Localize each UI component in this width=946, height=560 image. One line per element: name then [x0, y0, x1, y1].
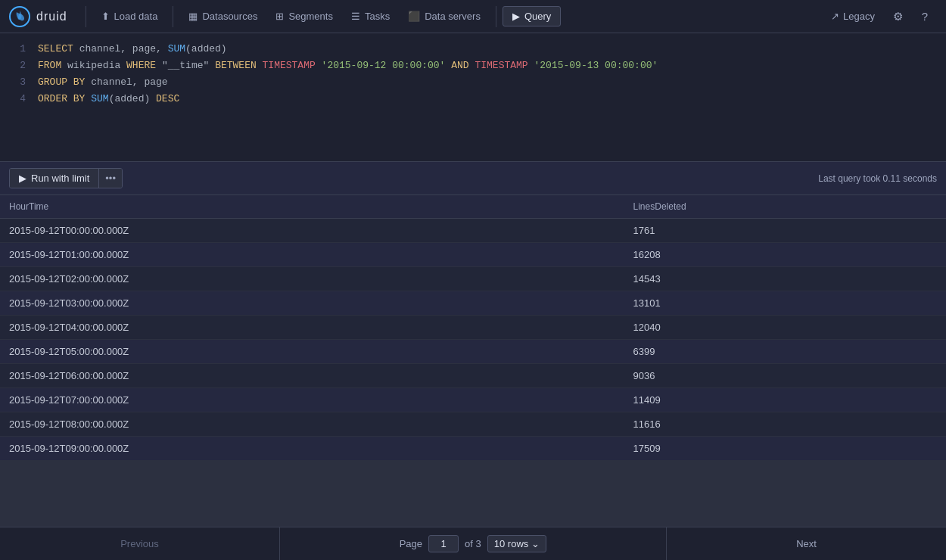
table-cell: 11409 — [624, 388, 946, 412]
page-controls: Page of 3 10 rows ⌄ — [280, 535, 666, 552]
topbar-right: ↗ Legacy ⚙ ? — [823, 5, 937, 29]
legacy-button[interactable]: ↗ Legacy — [823, 7, 882, 26]
chevron-down-icon: ⌄ — [531, 538, 540, 549]
run-button-group: ▶ Run with limit ••• — [9, 168, 123, 188]
ellipsis-icon: ••• — [105, 173, 116, 184]
table-cell: 2015-09-12T06:00:00.000Z — [0, 364, 624, 388]
help-button[interactable]: ? — [913, 5, 937, 29]
run-with-limit-button[interactable]: ▶ Run with limit — [10, 169, 98, 188]
table-cell: 1761 — [624, 219, 946, 243]
table-cell: 2015-09-12T07:00:00.000Z — [0, 388, 624, 412]
column-header-linesdeleted: LinesDeleted — [624, 195, 946, 219]
rows-per-page-select[interactable]: 10 rows ⌄ — [487, 535, 547, 552]
table-body: 2015-09-12T00:00:00.000Z17612015-09-12T0… — [0, 219, 946, 461]
table-cell: 2015-09-12T03:00:00.000Z — [0, 291, 624, 316]
code-content-2: FROM wikipedia WHERE "__time" BETWEEN TI… — [38, 58, 938, 74]
table-cell: 2015-09-12T02:00:00.000Z — [0, 267, 624, 291]
nav-tasks[interactable]: ☰ Tasks — [342, 7, 399, 26]
upload-icon: ⬆ — [101, 11, 110, 22]
code-line-4: 4 ORDER BY SUM(added) DESC — [0, 91, 946, 107]
topbar: druid ⬆ Load data ▦ Datasources ⊞ Segmen… — [0, 0, 946, 33]
table-cell: 14543 — [624, 267, 946, 291]
table-cell: 2015-09-12T05:00:00.000Z — [0, 340, 624, 364]
nav-divider-3 — [496, 6, 496, 27]
table-row: 2015-09-12T04:00:00.000Z12040 — [0, 316, 946, 340]
table-cell: 16208 — [624, 243, 946, 267]
help-icon: ? — [922, 10, 928, 23]
query-toolbar: ▶ Run with limit ••• Last query took 0.1… — [0, 162, 946, 195]
druid-logo-icon — [9, 6, 30, 27]
table-row: 2015-09-12T05:00:00.000Z6399 — [0, 340, 946, 364]
play-icon: ▶ — [19, 173, 26, 184]
code-editor[interactable]: 1 SELECT channel, page, SUM(added) 2 FRO… — [0, 33, 946, 162]
line-number-1: 1 — [8, 41, 26, 58]
table-cell: 11616 — [624, 412, 946, 437]
table-cell: 13101 — [624, 291, 946, 316]
table-cell: 9036 — [624, 364, 946, 388]
nav-segments[interactable]: ⊞ Segments — [266, 7, 342, 26]
table-cell: 2015-09-12T01:00:00.000Z — [0, 243, 624, 267]
code-line-3: 3 GROUP BY channel, page — [0, 74, 946, 91]
table-row: 2015-09-12T07:00:00.000Z11409 — [0, 388, 946, 412]
logo: druid — [9, 6, 67, 27]
logo-text: druid — [36, 10, 67, 23]
pagination: Previous Page of 3 10 rows ⌄ Next — [0, 527, 946, 560]
table-row: 2015-09-12T02:00:00.000Z14543 — [0, 267, 946, 291]
nav-query[interactable]: ▶ Query — [503, 6, 561, 26]
nav-datasources[interactable]: ▦ Datasources — [179, 7, 266, 26]
table-cell: 12040 — [624, 316, 946, 340]
previous-button[interactable]: Previous — [0, 527, 280, 561]
data-servers-icon: ⬛ — [408, 11, 420, 22]
next-button[interactable]: Next — [666, 527, 946, 561]
code-content-4: ORDER BY SUM(added) DESC — [38, 91, 938, 107]
gear-icon: ⚙ — [893, 10, 903, 23]
results-table-container[interactable]: HourTime LinesDeleted 2015-09-12T00:00:0… — [0, 195, 946, 560]
line-number-3: 3 — [8, 74, 26, 91]
line-number-4: 4 — [8, 91, 26, 107]
datasources-icon: ▦ — [188, 11, 198, 22]
table-row: 2015-09-12T01:00:00.000Z16208 — [0, 243, 946, 267]
table-header: HourTime LinesDeleted — [0, 195, 946, 219]
nav-divider — [86, 6, 86, 27]
nav-data-servers[interactable]: ⬛ Data servers — [399, 7, 490, 26]
settings-button[interactable]: ⚙ — [885, 5, 910, 29]
external-link-icon: ↗ — [831, 11, 839, 22]
table-cell: 2015-09-12T04:00:00.000Z — [0, 316, 624, 340]
table-row: 2015-09-12T06:00:00.000Z9036 — [0, 364, 946, 388]
table-cell: 2015-09-12T00:00:00.000Z — [0, 219, 624, 243]
table-cell: 6399 — [624, 340, 946, 364]
segments-icon: ⊞ — [275, 11, 284, 22]
table-row: 2015-09-12T03:00:00.000Z13101 — [0, 291, 946, 316]
page-input[interactable] — [428, 535, 459, 552]
code-line-2: 2 FROM wikipedia WHERE "__time" BETWEEN … — [0, 58, 946, 74]
nav-divider-2 — [173, 6, 173, 27]
table-row: 2015-09-12T00:00:00.000Z1761 — [0, 219, 946, 243]
results-table: HourTime LinesDeleted 2015-09-12T00:00:0… — [0, 195, 946, 461]
table-cell: 2015-09-12T08:00:00.000Z — [0, 412, 624, 437]
run-more-button[interactable]: ••• — [98, 169, 122, 188]
table-row: 2015-09-12T09:00:00.000Z17509 — [0, 437, 946, 461]
column-header-hourtime: HourTime — [0, 195, 624, 219]
table-row: 2015-09-12T08:00:00.000Z11616 — [0, 412, 946, 437]
query-time-label: Last query took 0.11 seconds — [818, 173, 937, 184]
page-label: Page — [400, 538, 422, 549]
code-content-3: GROUP BY channel, page — [38, 74, 938, 91]
main-content: 1 SELECT channel, page, SUM(added) 2 FRO… — [0, 33, 946, 560]
table-cell: 2015-09-12T09:00:00.000Z — [0, 437, 624, 461]
table-cell: 17509 — [624, 437, 946, 461]
query-icon: ▶ — [512, 11, 520, 22]
of-label: of 3 — [465, 538, 481, 549]
code-content-1: SELECT channel, page, SUM(added) — [38, 41, 938, 58]
nav-load-data[interactable]: ⬆ Load data — [92, 7, 167, 26]
tasks-icon: ☰ — [351, 11, 360, 22]
code-line-1: 1 SELECT channel, page, SUM(added) — [0, 41, 946, 58]
line-number-2: 2 — [8, 58, 26, 74]
